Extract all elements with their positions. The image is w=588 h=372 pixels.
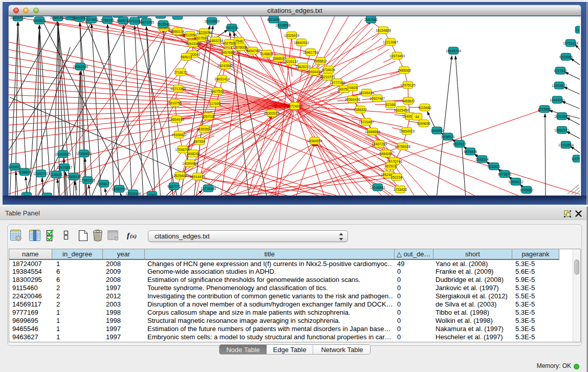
svg-text:19756928: 19756928 xyxy=(395,145,410,148)
svg-text:1527602: 1527602 xyxy=(85,18,98,21)
svg-text:16914479: 16914479 xyxy=(190,175,205,179)
svg-text:867834: 867834 xyxy=(194,140,206,143)
svg-text:8215958: 8215958 xyxy=(538,107,551,111)
svg-text:8813054: 8813054 xyxy=(267,18,280,21)
svg-text:8471676: 8471676 xyxy=(498,172,511,176)
svg-text:23805571: 23805571 xyxy=(10,16,26,19)
svg-text:7632621: 7632621 xyxy=(487,165,500,168)
svg-text:6766160: 6766160 xyxy=(101,18,114,22)
svg-text:11124: 11124 xyxy=(576,28,580,32)
svg-text:9327509: 9327509 xyxy=(194,36,208,40)
svg-text:12444151: 12444151 xyxy=(550,98,565,102)
svg-text:14136841: 14136841 xyxy=(370,186,385,189)
svg-text:3498242: 3498242 xyxy=(186,152,200,156)
svg-text:18640910: 18640910 xyxy=(294,41,309,45)
svg-text:12213967: 12213967 xyxy=(383,40,398,44)
svg-text:9734028: 9734028 xyxy=(322,68,335,72)
svg-text:10688609: 10688609 xyxy=(365,130,380,134)
svg-text:10973493: 10973493 xyxy=(389,54,405,58)
svg-text:19654923: 19654923 xyxy=(399,129,415,133)
svg-text:1615132: 1615132 xyxy=(384,164,398,168)
svg-text:74626: 74626 xyxy=(348,86,358,90)
svg-text:7485063: 7485063 xyxy=(398,69,411,72)
svg-text:7546: 7546 xyxy=(235,39,243,43)
svg-text:9329966: 9329966 xyxy=(559,55,573,59)
svg-text:10654112: 10654112 xyxy=(508,180,524,184)
svg-text:38245434: 38245434 xyxy=(359,91,374,95)
svg-text:19166822: 19166822 xyxy=(171,133,187,137)
svg-text:10958177: 10958177 xyxy=(96,182,112,186)
svg-text:1733426: 1733426 xyxy=(394,188,407,191)
svg-text:19777169: 19777169 xyxy=(330,81,345,84)
svg-text:(x): (x) xyxy=(130,233,137,239)
svg-text:12213369: 12213369 xyxy=(170,87,186,91)
svg-text:12923448: 12923448 xyxy=(125,192,141,195)
svg-text:989012: 989012 xyxy=(181,55,192,59)
svg-text:15751034: 15751034 xyxy=(563,41,578,45)
svg-text:964: 964 xyxy=(24,194,29,196)
svg-text:23242845: 23242845 xyxy=(217,64,233,68)
svg-text:17359924: 17359924 xyxy=(76,152,92,156)
svg-text:9146821: 9146821 xyxy=(260,52,273,56)
svg-text:19218506: 19218506 xyxy=(275,24,291,27)
svg-text:25302015: 25302015 xyxy=(264,112,279,115)
svg-text:15720407: 15720407 xyxy=(359,120,374,124)
svg-text:8439011: 8439011 xyxy=(9,165,21,169)
svg-text:10025458: 10025458 xyxy=(394,108,409,112)
svg-text:7515546: 7515546 xyxy=(157,23,170,26)
svg-text:7955812: 7955812 xyxy=(314,59,327,63)
svg-text:44: 44 xyxy=(415,115,419,119)
svg-text:1292: 1292 xyxy=(148,193,156,196)
svg-text:2718170: 2718170 xyxy=(174,71,187,74)
svg-text:13975887: 13975887 xyxy=(57,166,72,169)
svg-text:20206535: 20206535 xyxy=(55,152,71,156)
svg-text:9115460: 9115460 xyxy=(418,106,431,110)
svg-text:19654933: 19654933 xyxy=(169,118,184,121)
svg-text:16782759: 16782759 xyxy=(112,187,127,191)
svg-text:1045: 1045 xyxy=(43,195,51,196)
svg-text:7857234: 7857234 xyxy=(225,26,238,30)
svg-text:13626215: 13626215 xyxy=(295,65,311,69)
svg-text:252234: 252234 xyxy=(391,176,403,179)
svg-text:9327508: 9327508 xyxy=(223,41,236,45)
svg-text:14353594: 14353594 xyxy=(197,127,212,131)
svg-text:9484067: 9484067 xyxy=(379,152,393,156)
svg-text:19904435: 19904435 xyxy=(307,70,322,74)
svg-text:2676008: 2676008 xyxy=(234,46,247,49)
svg-text:10607487: 10607487 xyxy=(369,97,385,100)
svg-text:13325419: 13325419 xyxy=(284,34,299,37)
svg-text:9427512: 9427512 xyxy=(211,90,224,93)
svg-text:12505135: 12505135 xyxy=(66,175,81,179)
svg-text:8454749: 8454749 xyxy=(246,49,259,53)
svg-text:6629197: 6629197 xyxy=(453,142,466,146)
svg-text:1156809: 1156809 xyxy=(18,170,31,174)
svg-text:26053346: 26053346 xyxy=(73,65,88,69)
svg-text:18724007: 18724007 xyxy=(287,104,302,108)
svg-text:3267110: 3267110 xyxy=(202,115,215,118)
svg-text:9474444: 9474444 xyxy=(464,150,477,154)
svg-text:2933114: 2933114 xyxy=(475,158,489,161)
svg-text:6099695: 6099695 xyxy=(417,122,430,125)
svg-text:13716485: 13716485 xyxy=(201,187,216,190)
svg-text:7386322: 7386322 xyxy=(354,108,367,112)
svg-text:19384554: 19384554 xyxy=(307,139,322,143)
svg-text:8660124: 8660124 xyxy=(171,30,184,33)
svg-text:28031414: 28031414 xyxy=(214,77,230,81)
svg-text:20364436: 20364436 xyxy=(345,98,360,101)
svg-text:1640952: 1640952 xyxy=(430,129,444,133)
svg-text:62166: 62166 xyxy=(386,103,396,106)
svg-text:9463627: 9463627 xyxy=(402,99,415,103)
svg-text:13692971: 13692971 xyxy=(554,128,570,132)
svg-text:2087682: 2087682 xyxy=(364,18,378,21)
svg-text:16648784: 16648784 xyxy=(446,49,461,53)
svg-text:16961758: 16961758 xyxy=(303,51,318,54)
svg-text:13220137: 13220137 xyxy=(283,60,298,63)
svg-text:16543362: 16543362 xyxy=(185,42,201,46)
svg-text:7625402: 7625402 xyxy=(173,174,187,178)
svg-text:12942737: 12942737 xyxy=(33,172,49,176)
svg-text:9227342: 9227342 xyxy=(554,69,567,73)
svg-text:14099489: 14099489 xyxy=(182,162,198,165)
svg-text:12093872: 12093872 xyxy=(552,84,567,87)
svg-text:1405571: 1405571 xyxy=(33,19,46,23)
svg-text:8457685: 8457685 xyxy=(221,51,234,54)
